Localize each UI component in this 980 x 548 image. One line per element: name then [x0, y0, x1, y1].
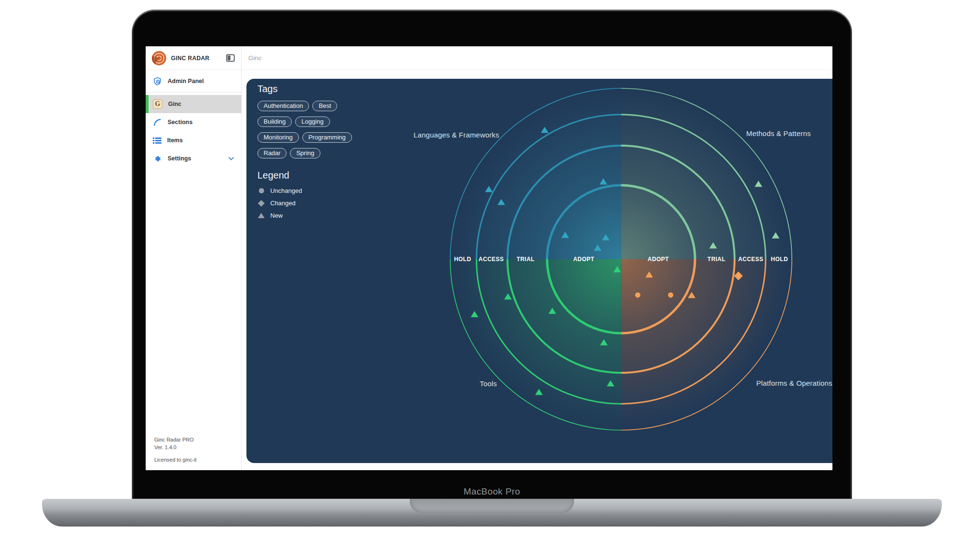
laptop-base — [42, 499, 942, 527]
tag-chip[interactable]: Monitoring — [257, 132, 299, 143]
list-icon — [153, 137, 161, 144]
sidebar-item-settings[interactable]: Settings — [146, 149, 241, 168]
license-text: Licensed to ginc-it — [154, 456, 241, 464]
sidebar-item-sections[interactable]: Sections — [146, 113, 241, 131]
triangle-legend-icon — [257, 213, 265, 218]
legend-item-unchanged: Unchanged — [257, 187, 372, 194]
sidebar-footer: Ginc Radar PRO Ver. 1.4.0 Licensed to gi… — [146, 436, 241, 470]
sidebar-item-label: Settings — [168, 155, 191, 162]
ring-label: TRIAL — [517, 256, 535, 263]
laptop-screen-bezel: GINC RADAR — [132, 10, 852, 499]
shield-user-icon — [153, 77, 162, 86]
legend-label: Unchanged — [270, 187, 302, 194]
tag-list: AuthenticationBestBuildingLoggingMonitor… — [257, 101, 362, 158]
sidebar: GINC RADAR — [146, 46, 241, 470]
arc-icon — [153, 118, 162, 127]
tag-chip[interactable]: Radar — [257, 148, 287, 158]
quadrant-label: Languages & Frameworks — [414, 131, 499, 139]
blip-circle[interactable] — [668, 293, 673, 298]
tags-title: Tags — [257, 84, 372, 95]
ring-label: ACCESS — [738, 256, 764, 263]
quadrant-top-left — [450, 88, 621, 259]
ring-label: HOLD — [454, 256, 471, 263]
legend-label: New — [270, 212, 283, 219]
sidebar-item-label: Admin Panel — [168, 78, 204, 84]
blip-circle[interactable] — [635, 293, 640, 298]
ring-label: ADOPT — [573, 256, 595, 263]
sidebar-nav: Admin Panel G Ginc Sections — [146, 70, 241, 168]
tag-chip[interactable]: Logging — [295, 116, 330, 127]
device-label: MacBook Pro — [132, 486, 852, 497]
version-text: Ver. 1.4.0 — [154, 443, 241, 451]
ring-label: HOLD — [771, 256, 788, 263]
app-window: GINC RADAR — [146, 46, 832, 470]
breadcrumb-bar: Ginc — [242, 46, 832, 70]
tag-chip[interactable]: Building — [257, 116, 292, 127]
quadrant-bottom-left — [450, 259, 621, 430]
quadrant-bottom-right — [621, 259, 792, 430]
sidebar-item-label: Ginc — [168, 101, 181, 107]
ginc-favicon: G — [153, 99, 162, 109]
ring-label: ADOPT — [648, 256, 669, 263]
tag-chip[interactable]: Best — [312, 101, 337, 111]
tag-chip[interactable]: Programming — [302, 132, 352, 143]
sidebar-header: GINC RADAR — [146, 46, 241, 70]
ring-label: ACCESS — [479, 256, 504, 263]
quadrant-label: Platforms & Operations — [756, 379, 832, 387]
quadrant-top-right — [621, 88, 792, 259]
app-name-version: Ginc Radar PRO — [154, 436, 241, 443]
sidebar-item-items[interactable]: Items — [146, 131, 241, 149]
sidebar-item-admin-panel[interactable]: Admin Panel — [146, 70, 241, 92]
tag-chip[interactable]: Spring — [290, 148, 320, 158]
radar-controls-overlay: Tags AuthenticationBestBuildingLoggingMo… — [257, 84, 372, 224]
circle-legend-icon — [257, 188, 265, 193]
legend-label: Changed — [270, 200, 296, 207]
quadrant-label: Tools — [480, 379, 497, 388]
laptop-base-notch — [410, 499, 574, 513]
brand-title: GINC RADAR — [171, 55, 210, 62]
gear-icon — [153, 154, 162, 163]
ginc-radar-logo-icon — [152, 51, 166, 65]
sidebar-divider — [146, 92, 241, 93]
tag-chip[interactable]: Authentication — [257, 101, 309, 111]
legend-item-new: New — [257, 212, 372, 219]
breadcrumb: Ginc — [248, 54, 262, 62]
sidebar-collapse-icon[interactable] — [226, 54, 235, 62]
content-area: Ginc ADOPTADOPTTRIALTRIALACCESSACCESSHOL… — [241, 46, 832, 470]
main-area: ADOPTADOPTTRIALTRIALACCESSACCESSHOLDHOLD… — [242, 70, 832, 470]
macbook-mockup: GINC RADAR — [0, 0, 980, 548]
sidebar-item-label: Items — [167, 137, 183, 144]
chevron-down-icon — [228, 157, 234, 160]
radar-panel: ADOPTADOPTTRIALTRIALACCESSACCESSHOLDHOLD… — [246, 79, 832, 463]
sidebar-item-ginc[interactable]: G Ginc — [146, 95, 241, 113]
ring-label: TRIAL — [707, 256, 725, 263]
legend-title: Legend — [257, 170, 372, 181]
diamond-legend-icon — [257, 201, 265, 206]
quadrant-label: Methods & Patterns — [746, 129, 811, 137]
legend-item-changed: Changed — [257, 200, 372, 207]
sidebar-item-label: Sections — [168, 119, 192, 126]
